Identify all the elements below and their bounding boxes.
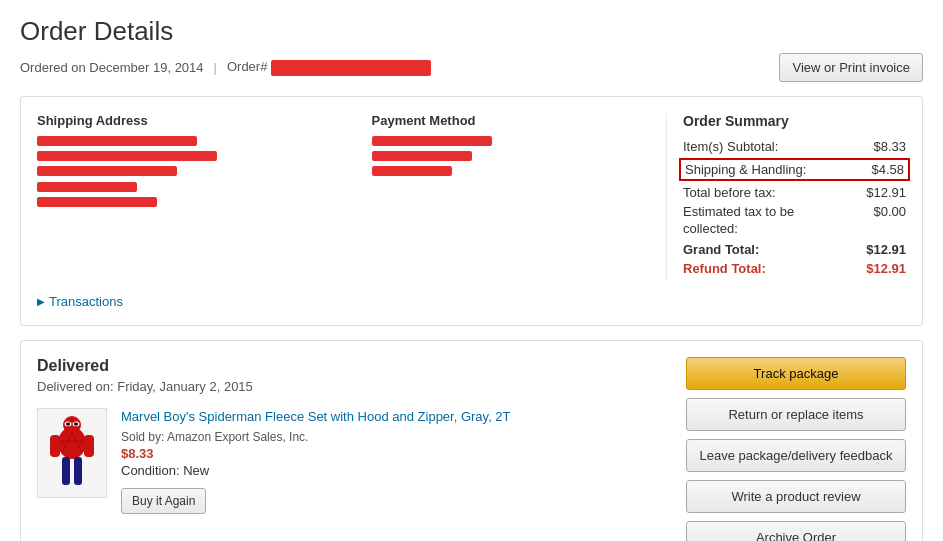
- before-tax-label: Total before tax:: [683, 185, 776, 200]
- ordered-on-label: Ordered on December 19, 2014: [20, 60, 204, 75]
- summary-row-before-tax: Total before tax: $12.91: [683, 185, 906, 200]
- shipping-payment-section: Shipping Address Payment Method: [37, 113, 666, 280]
- summary-row-refund: Refund Total: $12.91: [683, 261, 906, 276]
- write-review-button[interactable]: Write a product review: [686, 480, 906, 513]
- action-buttons-section: Track package Return or replace items Le…: [686, 357, 906, 541]
- payment-redacted-3: [372, 166, 452, 176]
- delivery-status: Delivered: [37, 357, 666, 375]
- refund-value: $12.91: [866, 261, 906, 276]
- chevron-right-icon: ▶: [37, 296, 45, 307]
- product-image: [37, 408, 107, 498]
- delivery-date: Delivered on: Friday, January 2, 2015: [37, 379, 666, 394]
- svg-rect-14: [84, 435, 94, 457]
- product-sold-by: Sold by: Amazon Export Sales, Inc.: [121, 430, 666, 444]
- payment-redacted-2: [372, 151, 472, 161]
- address-redacted-1: [37, 136, 197, 146]
- page-title: Order Details: [20, 16, 923, 47]
- delivered-left-section: Delivered Delivered on: Friday, January …: [37, 357, 666, 541]
- tax-value: $0.00: [873, 204, 906, 238]
- summary-row-grand-total: Grand Total: $12.91: [683, 242, 906, 257]
- shipping-label: Shipping & Handling:: [685, 162, 806, 177]
- grand-total-label: Grand Total:: [683, 242, 759, 257]
- product-title[interactable]: Marvel Boy's Spiderman Fleece Set with H…: [121, 408, 666, 426]
- before-tax-value: $12.91: [866, 185, 906, 200]
- buy-it-again-button[interactable]: Buy it Again: [121, 488, 206, 514]
- return-replace-button[interactable]: Return or replace items: [686, 398, 906, 431]
- transactions-link[interactable]: ▶ Transactions: [37, 294, 906, 309]
- address-redacted-3: [37, 166, 177, 176]
- payment-method-label: Payment Method: [372, 113, 667, 128]
- product-condition: Condition: New: [121, 463, 666, 478]
- product-price: $8.33: [121, 446, 666, 461]
- product-info: Marvel Boy's Spiderman Fleece Set with H…: [121, 408, 666, 514]
- tax-label: Estimated tax to be collected:: [683, 204, 813, 238]
- subtotal-value: $8.33: [873, 139, 906, 154]
- svg-rect-11: [62, 457, 70, 485]
- payment-redacted-1: [372, 136, 492, 146]
- shipping-address-label: Shipping Address: [37, 113, 332, 128]
- refund-label: Refund Total:: [683, 261, 766, 276]
- order-summary-section: Order Summary Item(s) Subtotal: $8.33 Sh…: [666, 113, 906, 280]
- track-package-button[interactable]: Track package: [686, 357, 906, 390]
- order-summary-title: Order Summary: [683, 113, 906, 129]
- address-redacted-4: [37, 182, 137, 192]
- subtotal-label: Item(s) Subtotal:: [683, 139, 778, 154]
- order-number-redacted: [271, 60, 431, 76]
- leave-feedback-button[interactable]: Leave package/delivery feedback: [686, 439, 906, 472]
- svg-rect-13: [50, 435, 60, 457]
- address-redacted-2: [37, 151, 217, 161]
- view-print-invoice-button[interactable]: View or Print invoice: [779, 53, 923, 82]
- product-row: Marvel Boy's Spiderman Fleece Set with H…: [37, 408, 666, 514]
- delivered-card: Delivered Delivered on: Friday, January …: [20, 340, 923, 541]
- summary-row-tax: Estimated tax to be collected: $0.00: [683, 204, 906, 238]
- order-number-label: Order#: [227, 59, 431, 76]
- shipping-address-section: Shipping Address: [37, 113, 332, 280]
- payment-method-section: Payment Method: [372, 113, 667, 280]
- grand-total-value: $12.91: [866, 242, 906, 257]
- shipping-value: $4.58: [871, 162, 904, 177]
- summary-row-subtotal: Item(s) Subtotal: $8.33: [683, 139, 906, 154]
- order-info-card: Shipping Address Payment Method: [20, 96, 923, 326]
- archive-order-button[interactable]: Archive Order: [686, 521, 906, 541]
- svg-rect-12: [74, 457, 82, 485]
- summary-row-shipping: Shipping & Handling: $4.58: [679, 158, 910, 181]
- address-redacted-5: [37, 197, 157, 207]
- order-meta: Ordered on December 19, 2014 | Order# Vi…: [20, 53, 923, 82]
